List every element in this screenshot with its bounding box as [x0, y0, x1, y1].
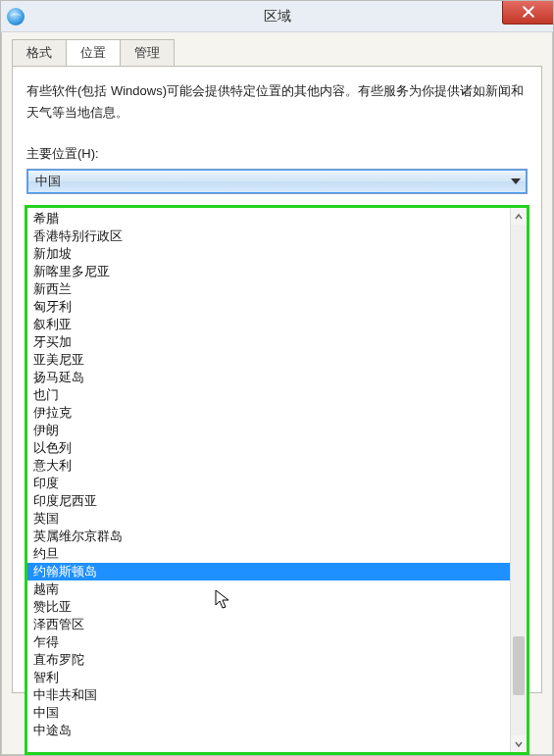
description-text: 有些软件(包括 Windows)可能会提供特定位置的其他内容。有些服务为你提供诸… [26, 80, 528, 124]
scroll-track[interactable] [511, 225, 527, 735]
dropdown-item[interactable]: 新喀里多尼亚 [27, 263, 510, 280]
scroll-down-arrow[interactable] [511, 735, 527, 752]
dropdown-item[interactable]: 印度尼西亚 [27, 492, 510, 510]
dropdown-item[interactable]: 泽西管区 [27, 616, 510, 633]
dropdown-item[interactable]: 牙买加 [27, 333, 510, 351]
chevron-down-icon [515, 735, 523, 753]
dropdown-item[interactable]: 英国 [27, 510, 510, 528]
dropdown-options: 希腊香港特别行政区新加坡新喀里多尼亚新西兰匈牙利叙利亚牙买加亚美尼亚扬马延岛也门… [27, 208, 510, 752]
window-title: 区域 [1, 8, 553, 25]
dropdown-item[interactable]: 约旦 [27, 545, 510, 563]
dropdown-item[interactable]: 英属维尔京群岛 [27, 528, 510, 545]
dropdown-item[interactable]: 印度 [27, 475, 510, 492]
dropdown-item[interactable]: 希腊 [27, 210, 510, 227]
tab-format[interactable]: 格式 [12, 39, 67, 67]
dropdown-item[interactable]: 新加坡 [27, 245, 510, 263]
dropdown-item[interactable]: 约翰斯顿岛 [27, 563, 510, 580]
location-dropdown-list[interactable]: 希腊香港特别行政区新加坡新喀里多尼亚新西兰匈牙利叙利亚牙买加亚美尼亚扬马延岛也门… [25, 205, 529, 755]
dropdown-item[interactable]: 乍得 [27, 633, 510, 651]
dropdown-item[interactable]: 香港特别行政区 [27, 227, 510, 245]
tabstrip: 格式 位置 管理 [12, 42, 542, 66]
dropdown-item[interactable]: 意大利 [27, 457, 510, 475]
dropdown-item[interactable]: 中国 [27, 704, 510, 722]
close-icon [523, 4, 534, 22]
scroll-thumb[interactable] [513, 636, 525, 695]
dropdown-item[interactable]: 越南 [27, 580, 510, 598]
location-label: 主要位置(H): [26, 145, 528, 163]
dropdown-item[interactable]: 以色列 [27, 439, 510, 457]
location-combobox[interactable]: 中国 [26, 169, 528, 194]
dropdown-item[interactable]: 赞比亚 [27, 598, 510, 616]
dropdown-item[interactable]: 直布罗陀 [27, 651, 510, 669]
dropdown-item[interactable]: 也门 [27, 386, 510, 404]
dropdown-scrollbar[interactable] [510, 208, 527, 752]
dropdown-item[interactable]: 新西兰 [27, 280, 510, 298]
tab-location[interactable]: 位置 [66, 39, 121, 67]
dropdown-item[interactable]: 智利 [27, 669, 510, 686]
chevron-down-icon [511, 178, 521, 184]
titlebar: 区域 [1, 1, 553, 32]
dropdown-item[interactable]: 扬马延岛 [27, 369, 510, 386]
combobox-selected-value: 中国 [35, 173, 61, 190]
dropdown-item[interactable]: 中途岛 [27, 722, 510, 739]
scroll-up-arrow[interactable] [511, 208, 527, 225]
dropdown-item[interactable]: 匈牙利 [27, 298, 510, 316]
dropdown-item[interactable]: 伊朗 [27, 422, 510, 439]
dropdown-item[interactable]: 亚美尼亚 [27, 351, 510, 369]
dropdown-item[interactable]: 伊拉克 [27, 404, 510, 422]
dropdown-item[interactable]: 中非共和国 [27, 686, 510, 704]
dropdown-item[interactable]: 叙利亚 [27, 316, 510, 333]
chevron-up-icon [515, 208, 523, 226]
close-button[interactable] [502, 1, 553, 25]
region-dialog: 区域 格式 位置 管理 有些软件(包括 Windows)可能会提供特定位置的其他… [0, 0, 554, 756]
tab-admin[interactable]: 管理 [120, 39, 175, 67]
